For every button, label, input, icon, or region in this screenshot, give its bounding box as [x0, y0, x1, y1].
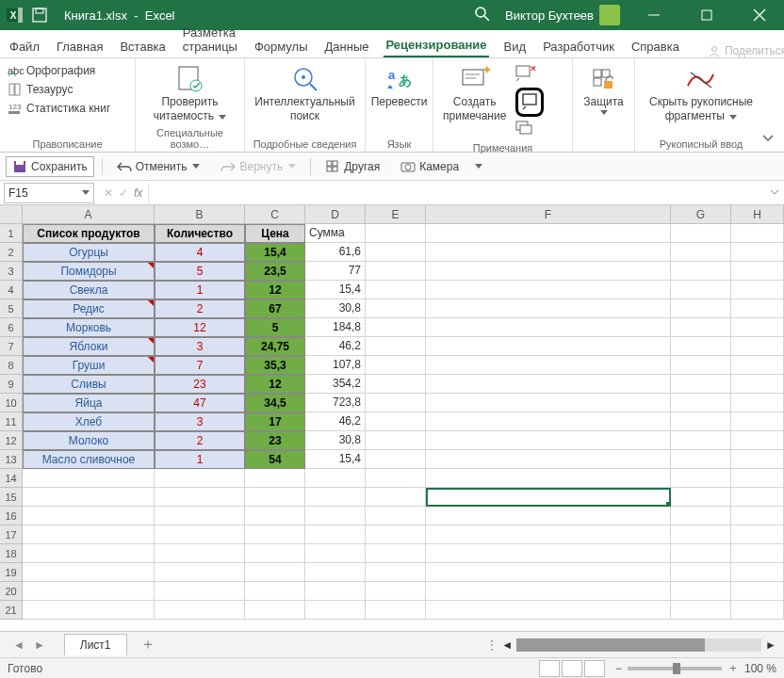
smart-lookup-button[interactable]: Интеллектуальный поиск: [251, 62, 358, 124]
cell[interactable]: Количество: [155, 224, 245, 243]
cell[interactable]: [245, 507, 305, 525]
cell[interactable]: [426, 299, 671, 318]
cell[interactable]: 12: [155, 318, 245, 337]
cell[interactable]: [426, 356, 671, 375]
cell[interactable]: [23, 488, 155, 507]
cell[interactable]: [23, 507, 155, 525]
cell[interactable]: [671, 412, 731, 431]
row-header[interactable]: 13: [0, 450, 23, 469]
col-header-F[interactable]: F: [426, 205, 671, 224]
zoom-in-button[interactable]: ＋: [727, 660, 739, 676]
tab-developer[interactable]: Разработчик: [541, 36, 616, 57]
cell[interactable]: [426, 281, 671, 299]
stats-button[interactable]: 123Статистика книг: [6, 100, 112, 117]
cell[interactable]: [245, 525, 305, 544]
cell[interactable]: [671, 224, 731, 243]
cell[interactable]: [671, 337, 731, 356]
search-icon[interactable]: [475, 7, 490, 24]
cell[interactable]: [671, 375, 731, 394]
cell[interactable]: 17: [245, 412, 305, 431]
qat-more-icon[interactable]: [475, 164, 482, 169]
cell[interactable]: Груши: [23, 356, 155, 375]
row-header[interactable]: 11: [0, 412, 23, 431]
cell[interactable]: [671, 563, 731, 582]
cell[interactable]: [366, 394, 426, 412]
cell[interactable]: Яйца: [23, 394, 155, 412]
cell[interactable]: Хлеб: [23, 412, 155, 431]
cell[interactable]: Сливы: [23, 375, 155, 394]
cell[interactable]: [426, 318, 671, 337]
cell[interactable]: [366, 601, 426, 620]
cell[interactable]: [305, 488, 366, 507]
row-header[interactable]: 21: [0, 601, 23, 620]
cell[interactable]: [23, 563, 155, 582]
cell[interactable]: 35,3: [245, 356, 305, 375]
row-header[interactable]: 19: [0, 563, 23, 582]
cell[interactable]: [366, 431, 426, 450]
cell[interactable]: 15,4: [245, 243, 305, 262]
cell[interactable]: [731, 507, 784, 525]
row-header[interactable]: 2: [0, 243, 23, 262]
cell[interactable]: [366, 525, 426, 544]
cell[interactable]: [671, 488, 731, 507]
cell[interactable]: [671, 544, 731, 563]
cell[interactable]: [731, 262, 784, 281]
cell[interactable]: [426, 525, 671, 544]
cell[interactable]: [366, 488, 426, 507]
cell[interactable]: [23, 601, 155, 620]
col-header-H[interactable]: H: [731, 205, 784, 224]
col-header-B[interactable]: B: [155, 205, 245, 224]
cell[interactable]: [305, 469, 366, 488]
col-header-C[interactable]: C: [245, 205, 305, 224]
cell[interactable]: [366, 337, 426, 356]
hscrollbar[interactable]: [516, 638, 761, 652]
zoom-slider[interactable]: [628, 667, 722, 670]
cell[interactable]: [426, 431, 671, 450]
cell[interactable]: 15,4: [305, 281, 366, 299]
cell[interactable]: 723,8: [305, 394, 366, 412]
row-header[interactable]: 20: [0, 582, 23, 601]
cell[interactable]: [366, 375, 426, 394]
cell[interactable]: [426, 412, 671, 431]
cell[interactable]: [426, 337, 671, 356]
view-normal-button[interactable]: [539, 660, 560, 677]
new-comment-button[interactable]: ✦ Создать примечание: [439, 62, 510, 124]
col-header-G[interactable]: G: [671, 205, 731, 224]
name-box[interactable]: F15: [4, 183, 94, 203]
minimize-button[interactable]: [635, 2, 673, 28]
cell[interactable]: [731, 337, 784, 356]
maximize-button[interactable]: [688, 2, 726, 28]
row-header[interactable]: 3: [0, 262, 23, 281]
cell[interactable]: 24,75: [245, 337, 305, 356]
cell[interactable]: [426, 507, 671, 525]
cell[interactable]: [366, 507, 426, 525]
cell[interactable]: [426, 544, 671, 563]
cell[interactable]: 5: [245, 318, 305, 337]
cell[interactable]: [245, 544, 305, 563]
cell[interactable]: 2: [155, 299, 245, 318]
cell[interactable]: Масло сливочное: [23, 450, 155, 469]
close-button[interactable]: [741, 2, 778, 28]
hide-ink-button[interactable]: Скрыть рукописные фрагменты: [645, 62, 757, 124]
cell[interactable]: [155, 544, 245, 563]
cell[interactable]: [426, 450, 671, 469]
cell[interactable]: [155, 488, 245, 507]
cell[interactable]: [245, 601, 305, 620]
cell[interactable]: 184,8: [305, 318, 366, 337]
cancel-formula-icon[interactable]: ✕: [104, 186, 113, 200]
cell[interactable]: 77: [305, 262, 366, 281]
cell[interactable]: [366, 469, 426, 488]
cell[interactable]: 15,4: [305, 450, 366, 469]
sheet-tab[interactable]: Лист1: [64, 634, 127, 655]
show-comment-button-highlighted[interactable]: [515, 88, 544, 117]
cell[interactable]: 46,2: [305, 337, 366, 356]
cell[interactable]: [426, 488, 671, 507]
cell[interactable]: [426, 224, 671, 243]
cell[interactable]: [366, 450, 426, 469]
cell[interactable]: Список продуктов: [23, 224, 155, 243]
cell[interactable]: [366, 356, 426, 375]
collapse-ribbon-icon[interactable]: [761, 131, 776, 146]
spreadsheet-grid[interactable]: A B C D E F G H 1Список продуктовКоличес…: [0, 205, 784, 620]
cell[interactable]: [366, 243, 426, 262]
cell[interactable]: 23,5: [245, 262, 305, 281]
